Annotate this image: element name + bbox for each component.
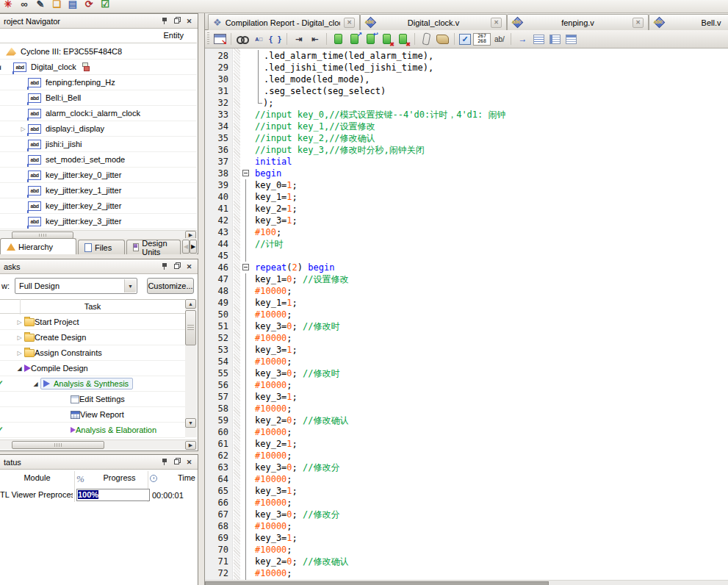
scroll-down-icon[interactable]: ▼ xyxy=(185,418,196,428)
tab-close-icon[interactable]: ✕ xyxy=(491,18,502,28)
code-line[interactable]: 47key_1=0; //设置修改 xyxy=(205,273,728,285)
entity-item[interactable]: key_jitter:key_1_jitter xyxy=(0,183,197,198)
pin-icon[interactable] xyxy=(159,17,169,26)
pin-icon[interactable] xyxy=(159,458,169,467)
chevron-down-icon[interactable]: ▼ xyxy=(124,279,136,292)
collapsed-arrow-icon[interactable]: ▷ xyxy=(15,350,24,356)
code-line[interactable]: 60#10000; xyxy=(205,426,728,438)
task-item[interactable]: ✓Analysis & Elaboration xyxy=(0,423,185,438)
code-line[interactable]: 36//input key_3,//修改时分秒,闹钟关闭 xyxy=(205,144,728,156)
task-item[interactable]: ▷Create Design xyxy=(0,330,185,345)
check-document-icon[interactable]: ☑ xyxy=(98,0,112,11)
tasks-vscrollbar[interactable]: ▲ ▼ xyxy=(185,299,197,437)
entity-item[interactable]: key_jitter:key_2_jitter xyxy=(0,198,197,214)
script-icon[interactable] xyxy=(436,32,450,46)
task-item[interactable]: Edit Settings xyxy=(0,392,185,407)
entity-item[interactable]: alarm_clock:i_alarm_clock xyxy=(0,106,197,121)
code-line[interactable]: 29.led_jishi_time(led_jishi_time), xyxy=(205,62,728,73)
entity-item[interactable]: Bell:i_Bell xyxy=(0,90,197,106)
flow-select[interactable]: Full Design ▼ xyxy=(15,278,137,294)
code-line[interactable]: 67key_3=0; //修改分 xyxy=(205,509,728,520)
expanded-arrow-icon[interactable]: ◢ xyxy=(31,381,40,387)
code-editor[interactable]: 28.led_alarm_time(led_alarm_time),29.led… xyxy=(205,49,728,585)
entity-item[interactable]: key_jitter:key_0_jitter xyxy=(0,168,197,183)
close-icon[interactable] xyxy=(184,262,194,271)
code-line[interactable]: 68#10000; xyxy=(205,520,728,532)
tab-hierarchy[interactable]: Hierarchy xyxy=(0,238,76,254)
template-1-icon[interactable] xyxy=(532,32,546,46)
editor-hscrollbar[interactable] xyxy=(205,580,728,585)
tasks-hscrollbar[interactable]: ▶ xyxy=(0,439,197,450)
task-item[interactable]: View Report xyxy=(0,407,185,423)
edit-document-icon[interactable]: ✎ xyxy=(34,0,47,11)
code-line[interactable]: 62#10000; xyxy=(205,450,728,462)
code-line[interactable]: 48#10000; xyxy=(205,285,728,297)
entity-item[interactable]: Cyclone III: EP3C55F484C8 xyxy=(0,44,197,60)
brace-icon[interactable] xyxy=(268,32,282,46)
collapsed-arrow-icon[interactable]: ▷ xyxy=(15,334,24,341)
code-line[interactable]: 57key_3=1; xyxy=(205,391,728,403)
code-line[interactable]: 51key_3=0; //修改时 xyxy=(205,320,728,332)
code-line[interactable]: 72#10000; xyxy=(205,567,728,579)
code-line[interactable]: 71key_2=0; //修改确认 xyxy=(205,556,728,567)
entity-item[interactable]: set_mode:i_set_mode xyxy=(0,152,197,168)
entity-item[interactable]: fenping:fenping_Hz xyxy=(0,75,197,90)
code-line[interactable]: 58#10000; xyxy=(205,403,728,414)
template-2-icon[interactable] xyxy=(548,32,562,46)
counter-icon[interactable]: 267268 xyxy=(473,33,491,46)
code-line[interactable]: 50#10000; xyxy=(205,309,728,320)
close-icon[interactable] xyxy=(184,458,194,467)
code-line[interactable]: 39key_0=1; xyxy=(205,179,728,191)
code-line[interactable]: 41key_2=1; xyxy=(205,203,728,215)
code-line[interactable]: 52#10000; xyxy=(205,332,728,344)
template-3-icon[interactable] xyxy=(564,32,578,46)
close-icon[interactable] xyxy=(184,17,194,26)
entity-item[interactable]: jishi:i_jishi xyxy=(0,137,197,152)
code-line[interactable]: 30.led_mode(led_mode), xyxy=(205,73,728,85)
code-line[interactable]: 46repeat(2) begin xyxy=(205,262,728,273)
code-line[interactable]: 53key_3=1; xyxy=(205,344,728,356)
tabs-scroll-left-icon[interactable]: ◀ xyxy=(182,240,190,254)
editor-tab[interactable]: fenping.v✕ xyxy=(507,14,649,30)
indent-icon[interactable] xyxy=(292,32,306,46)
code-line[interactable]: 56#10000; xyxy=(205,379,728,391)
tab-close-icon[interactable]: ✕ xyxy=(633,18,644,28)
goto-icon[interactable] xyxy=(516,32,530,46)
expanded-arrow-icon[interactable]: ◢ xyxy=(0,64,4,71)
code-line[interactable]: 54#10000; xyxy=(205,356,728,367)
task-item[interactable]: ▷Start Project xyxy=(0,315,185,330)
ab-icon[interactable]: ab/ xyxy=(493,32,506,46)
code-line[interactable]: 59key_2=0; //修改确认 xyxy=(205,414,728,426)
entity-item[interactable]: ◢Digital_clock xyxy=(0,60,197,75)
code-line[interactable]: 33//input key_0,//模式设置按键--4'd0:计时，4'd1: … xyxy=(205,109,728,121)
code-line[interactable]: 32); xyxy=(205,97,728,109)
entity-item[interactable]: ▷display:i_display xyxy=(0,121,197,137)
editor-tab[interactable]: Digital_clock.v✕ xyxy=(360,14,507,30)
entity-item[interactable]: key_jitter:key_3_jitter xyxy=(0,214,197,229)
float-icon[interactable] xyxy=(172,458,181,467)
code-line[interactable]: 69key_3=1; xyxy=(205,532,728,544)
find-icon[interactable] xyxy=(236,32,250,46)
code-line[interactable]: 37initial xyxy=(205,156,728,168)
editor-tab[interactable]: ❖Compilation Report - Digital_clock✕ xyxy=(208,14,360,30)
collapsed-arrow-icon[interactable]: ▷ xyxy=(15,319,24,326)
refresh-icon[interactable]: ⟳ xyxy=(82,0,95,11)
code-line[interactable]: 42key_3=1; xyxy=(205,215,728,226)
bookmark-icon[interactable] xyxy=(331,32,345,46)
float-icon[interactable] xyxy=(172,17,181,26)
code-line[interactable]: 35//input key_2,//修改确认 xyxy=(205,132,728,144)
code-line[interactable]: 61key_2=1; xyxy=(205,438,728,450)
find-binoculars-icon[interactable]: ∞ xyxy=(18,0,31,11)
code-line[interactable]: 70#10000; xyxy=(205,544,728,556)
attach-icon[interactable] xyxy=(419,32,433,46)
code-line[interactable]: 38begin xyxy=(205,168,728,179)
scroll-up-icon[interactable]: ▲ xyxy=(185,299,196,309)
tab-close-icon[interactable]: ✕ xyxy=(344,18,355,28)
outdent-icon[interactable] xyxy=(308,32,322,46)
bookmark-clear-all-icon[interactable]: ✖ xyxy=(396,32,410,46)
task-item[interactable]: ✓◢Analysis & Synthesis xyxy=(0,376,185,392)
code-line[interactable]: 43#100; xyxy=(205,226,728,238)
fold-collapse-icon[interactable] xyxy=(242,264,249,270)
collapse-arrow-icon[interactable]: ▷ xyxy=(18,126,28,132)
customize-button[interactable]: Customize... xyxy=(147,278,194,294)
